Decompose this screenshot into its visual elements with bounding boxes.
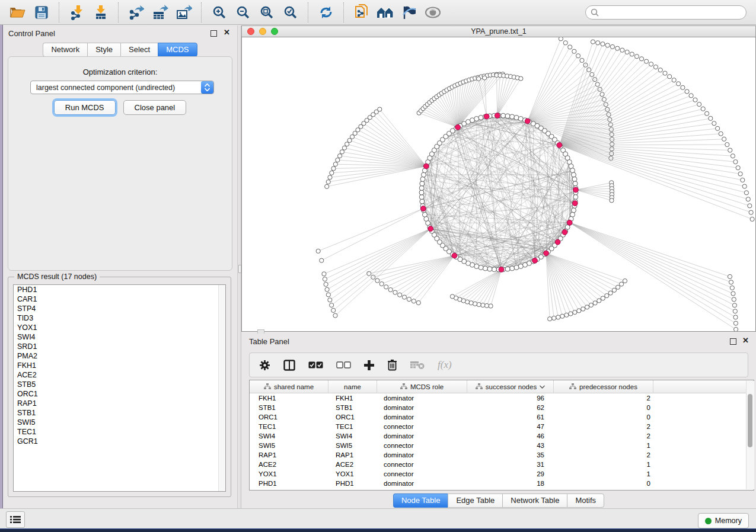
refresh-button[interactable] xyxy=(314,2,338,23)
mcds-result-item[interactable]: PMA2 xyxy=(14,351,225,361)
network-graph xyxy=(242,37,755,331)
table-cell: ORC1 xyxy=(250,414,328,421)
table-scrollbar[interactable] xyxy=(746,381,754,489)
close-panel-button[interactable]: Close panel xyxy=(123,100,187,115)
table-row[interactable]: ACE2ACE2connector311 xyxy=(250,460,754,469)
table-row[interactable]: STB1STB1dominator620 xyxy=(250,403,754,412)
table-scrollbar-thumb[interactable] xyxy=(748,394,752,447)
table-row[interactable]: TEC1TEC1connector472 xyxy=(250,422,754,431)
zoom-selected-button[interactable] xyxy=(279,2,302,23)
mcds-tab-content: Optimization criterion: largest connecte… xyxy=(8,56,232,271)
column-header-name[interactable]: name xyxy=(328,380,377,393)
import-table-button[interactable] xyxy=(89,2,113,23)
zoom-fit-button[interactable] xyxy=(255,2,279,23)
mcds-result-item[interactable]: RAP1 xyxy=(14,399,225,408)
split-view-button[interactable] xyxy=(283,360,295,371)
tab-mcds[interactable]: MCDS xyxy=(158,43,197,57)
mcds-result-item[interactable]: YOX1 xyxy=(14,323,225,332)
tab-motifs[interactable]: Motifs xyxy=(567,493,604,508)
table-row[interactable]: RAP1RAP1dominator352 xyxy=(250,450,754,460)
task-history-button[interactable] xyxy=(6,511,25,528)
delete-table-button[interactable] xyxy=(410,360,425,370)
mcds-result-item[interactable]: STB1 xyxy=(14,408,225,418)
delete-table-icon xyxy=(410,360,425,370)
mcds-result-item[interactable]: CAR1 xyxy=(14,294,225,304)
vertical-splitter[interactable] xyxy=(237,25,241,508)
flag-button[interactable] xyxy=(397,2,421,23)
tab-style[interactable]: Style xyxy=(87,43,120,57)
mcds-result-item[interactable]: GCR1 xyxy=(14,437,225,446)
tab-network[interactable]: Network xyxy=(43,43,87,57)
select-all-button[interactable] xyxy=(308,361,323,368)
function-builder-button[interactable]: f(x) xyxy=(438,359,452,371)
column-header-shared-name[interactable]: shared name xyxy=(250,380,328,393)
mcds-result-item[interactable]: SWI5 xyxy=(14,418,225,427)
save-button[interactable] xyxy=(30,2,53,23)
search-input[interactable] xyxy=(599,8,746,17)
optimization-criterion-select[interactable]: largest connected component (undirected) xyxy=(30,81,214,94)
float-panel-icon[interactable] xyxy=(210,30,217,37)
table-cell: STB1 xyxy=(250,404,328,411)
table-row[interactable]: FKH1FKH1dominator962 xyxy=(250,393,754,403)
node-table-header: shared name name MCDS role successor nod… xyxy=(250,380,754,393)
export-image-button[interactable] xyxy=(172,2,196,23)
add-column-button[interactable] xyxy=(364,360,374,370)
table-cell: FKH1 xyxy=(328,395,377,402)
close-panel-icon[interactable]: ✕ xyxy=(742,336,749,344)
zoom-in-button[interactable] xyxy=(208,2,231,23)
network-window-titlebar[interactable]: YPA_prune.txt_1 xyxy=(241,25,756,37)
tab-node-table[interactable]: Node Table xyxy=(393,493,448,508)
import-network-button[interactable] xyxy=(65,2,89,23)
mcds-result-item[interactable]: ORC1 xyxy=(14,389,225,399)
mcds-result-item[interactable]: PHD1 xyxy=(14,285,225,294)
tab-network-table[interactable]: Network Table xyxy=(502,493,567,508)
table-settings-button[interactable] xyxy=(259,360,270,371)
table-row[interactable]: YOX1YOX1connector291 xyxy=(250,469,754,479)
mcds-result-item[interactable]: FKH1 xyxy=(14,361,225,370)
network-canvas[interactable] xyxy=(241,37,756,332)
table-toolbar: f(x) xyxy=(249,352,748,377)
mcds-result-item[interactable]: STB5 xyxy=(14,380,225,389)
mcds-result-item[interactable]: ACE2 xyxy=(14,370,225,380)
control-panel-header: Control Panel ✕ xyxy=(3,25,237,41)
table-panel-tabs: Node Table Edge Table Network Table Moti… xyxy=(241,493,756,508)
column-header-mcds-role[interactable]: MCDS role xyxy=(377,380,467,393)
column-header-predecessor-nodes[interactable]: predecessor nodes xyxy=(554,380,653,393)
table-cell: PHD1 xyxy=(250,480,328,487)
mcds-result-item[interactable]: SRD1 xyxy=(14,342,225,351)
mcds-list-scrollbar[interactable] xyxy=(218,285,225,491)
export-table-button[interactable] xyxy=(148,2,172,23)
column-label: predecessor nodes xyxy=(579,383,637,390)
mcds-result-item[interactable]: TID3 xyxy=(14,313,225,323)
table-cell: 2 xyxy=(554,432,653,440)
table-cell: ORC1 xyxy=(328,414,377,421)
table-cell: RAP1 xyxy=(328,451,377,459)
open-button[interactable] xyxy=(6,2,30,23)
tab-edge-table[interactable]: Edge Table xyxy=(448,493,502,508)
mcds-result-item[interactable]: SWI4 xyxy=(14,332,225,342)
delete-column-button[interactable] xyxy=(387,359,397,371)
run-mcds-button[interactable]: Run MCDS xyxy=(54,100,116,115)
memory-status-icon xyxy=(705,518,712,524)
memory-button[interactable]: Memory xyxy=(698,513,749,528)
eye-button[interactable] xyxy=(421,2,445,23)
mcds-result-item[interactable]: TEC1 xyxy=(14,427,225,437)
tree-icon xyxy=(264,383,271,390)
table-row[interactable]: ORC1ORC1dominator610 xyxy=(250,412,754,422)
sort-desc-icon xyxy=(540,385,545,389)
export-network-button[interactable] xyxy=(125,2,148,23)
mcds-result-item[interactable]: STP4 xyxy=(14,304,225,313)
zoom-out-button[interactable] xyxy=(231,2,255,23)
zoom-selected-icon xyxy=(283,5,298,20)
tab-select[interactable]: Select xyxy=(120,43,158,57)
table-row[interactable]: PHD1PHD1dominator180 xyxy=(250,479,754,488)
column-header-successor-nodes[interactable]: successor nodes xyxy=(467,380,554,393)
mcds-result-list[interactable]: PHD1CAR1STP4TID3YOX1SWI4SRD1PMA2FKH1ACE2… xyxy=(13,284,226,492)
deselect-all-button[interactable] xyxy=(336,361,351,368)
table-row[interactable]: SWI5SWI5connector431 xyxy=(250,441,754,450)
float-panel-icon[interactable] xyxy=(730,338,736,345)
close-panel-icon[interactable]: ✕ xyxy=(224,28,230,36)
houses-button[interactable] xyxy=(374,2,397,23)
clone-network-button[interactable] xyxy=(350,2,374,23)
table-row[interactable]: SWI4SWI4dominator462 xyxy=(250,431,754,441)
